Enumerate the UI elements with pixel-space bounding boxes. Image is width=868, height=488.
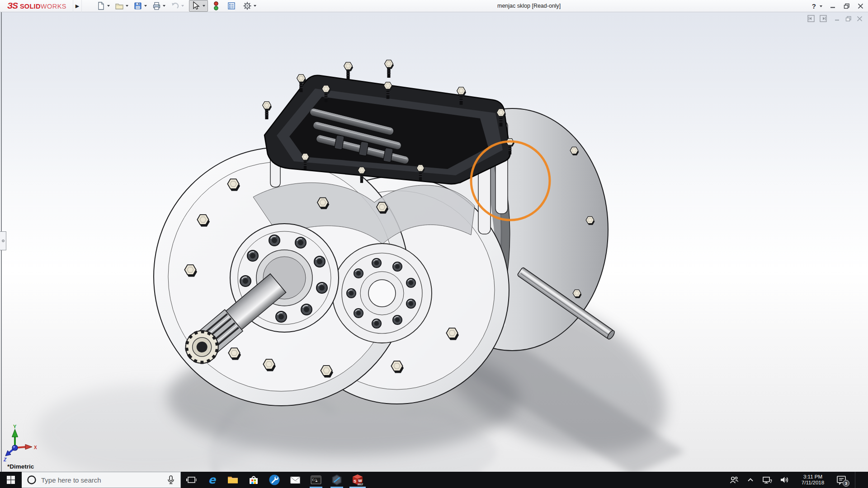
triad-x-label: X xyxy=(34,445,37,450)
doc-minimize-button[interactable] xyxy=(835,16,840,22)
notification-badge: 3 xyxy=(843,480,849,487)
edge-icon: e xyxy=(206,474,218,486)
wrench-circle-icon xyxy=(269,474,280,486)
taskbar-command-prompt[interactable]: C:\ xyxy=(306,472,326,488)
open-folder-icon xyxy=(115,1,124,10)
undo-icon xyxy=(170,1,179,10)
triad-y-label: Y xyxy=(13,424,17,429)
print-button[interactable] xyxy=(152,1,165,10)
sw-icon-w: W xyxy=(358,479,362,483)
select-tool-button[interactable] xyxy=(189,0,208,12)
save-floppy-icon xyxy=(133,1,142,10)
clock-date: 7/11/2018 xyxy=(797,480,829,486)
hexagon-app-icon xyxy=(331,474,343,486)
network-icon[interactable] xyxy=(762,474,773,485)
task-view-icon xyxy=(186,474,197,485)
top-cover-gasket xyxy=(263,60,514,184)
task-view-button[interactable] xyxy=(181,472,202,488)
feature-tree-collapsed-tab[interactable] xyxy=(0,231,6,250)
microphone-icon[interactable] xyxy=(167,475,175,485)
taskbar-search[interactable] xyxy=(22,472,181,488)
doc-restore-button[interactable] xyxy=(845,16,852,22)
menu-flyout-arrow-icon[interactable]: ▶ xyxy=(73,0,82,12)
options-button[interactable] xyxy=(243,1,256,10)
help-icon: ? xyxy=(812,2,816,10)
taskbar-settings-tools[interactable] xyxy=(264,472,285,488)
clock-time: 3:11 PM xyxy=(797,474,829,480)
doc-close-button[interactable] xyxy=(857,16,863,22)
search-input[interactable] xyxy=(41,476,167,484)
taskbar-hexagon-app[interactable] xyxy=(326,472,347,488)
pane-expand-right-button[interactable] xyxy=(820,15,827,22)
sw-icon-s: S xyxy=(354,479,356,483)
new-document-button[interactable] xyxy=(96,1,110,10)
select-cursor-icon xyxy=(192,1,200,10)
file-properties-button[interactable] xyxy=(227,1,236,10)
print-dropdown[interactable] xyxy=(163,5,165,7)
file-properties-icon xyxy=(227,1,236,10)
taskbar-file-explorer[interactable] xyxy=(222,472,243,488)
document-title: menjac sklop [Read-only] xyxy=(497,0,561,12)
restore-button[interactable] xyxy=(844,3,850,9)
cortana-search-icon xyxy=(27,475,37,485)
open-dropdown[interactable] xyxy=(126,5,128,7)
splitter-handle-dot xyxy=(2,239,5,242)
open-button[interactable] xyxy=(115,1,128,10)
close-button[interactable] xyxy=(858,3,863,9)
print-icon xyxy=(152,1,161,10)
right-bearing-cover-flange xyxy=(332,244,432,343)
taskbar-mail[interactable] xyxy=(285,472,306,488)
help-button[interactable]: ? xyxy=(812,2,822,10)
solidworks-window: ЗS SOLID WORKS ▶ xyxy=(0,0,868,488)
taskbar-empty-space xyxy=(368,472,728,488)
solidworks-wordmark-light: WORKS xyxy=(41,3,66,10)
triad-z-label: Z xyxy=(3,457,7,462)
traffic-light-icon xyxy=(213,1,219,11)
windows-logo-icon xyxy=(7,476,15,484)
window-controls: ? xyxy=(812,0,863,12)
minimize-button[interactable] xyxy=(830,3,836,9)
taskbar-store[interactable] xyxy=(243,472,264,488)
select-tool-dropdown[interactable] xyxy=(203,5,205,7)
edge-letter: e xyxy=(208,474,217,486)
undo-button[interactable] xyxy=(170,1,184,10)
sw-icon-year: 2017 xyxy=(358,483,363,486)
title-bar: ЗS SOLID WORKS ▶ xyxy=(0,0,868,12)
show-desktop-divider xyxy=(855,472,855,488)
solidworks-2017-icon: S W 2017 xyxy=(351,474,364,486)
save-dropdown[interactable] xyxy=(144,5,147,7)
rebuild-button[interactable] xyxy=(213,1,219,11)
taskbar-solidworks[interactable]: S W 2017 xyxy=(347,472,368,488)
taskbar-edge[interactable]: e xyxy=(202,472,222,488)
orientation-triad-icon: Y X Z xyxy=(3,424,37,462)
action-center-button[interactable]: 3 xyxy=(835,474,847,486)
taskbar-apps: e xyxy=(181,472,368,488)
start-button[interactable] xyxy=(0,472,22,488)
solidworks-wordmark-bold: SOLID xyxy=(20,3,41,10)
cmd-prompt-text: C:\ xyxy=(312,478,317,481)
new-document-dropdown[interactable] xyxy=(107,5,110,7)
gearbox-3d-model: Y X Z xyxy=(0,0,868,488)
help-dropdown[interactable] xyxy=(820,5,822,7)
undo-dropdown[interactable] xyxy=(181,5,184,7)
system-tray: 3:11 PM 7/11/2018 3 xyxy=(728,472,868,488)
view-orientation-label: *Dimetric xyxy=(7,463,34,470)
quick-access-toolbar xyxy=(96,0,261,12)
windows-taskbar: e xyxy=(0,472,868,488)
document-window-controls xyxy=(807,15,863,22)
new-document-icon xyxy=(96,1,105,10)
solidworks-logo-mark-icon: ЗS xyxy=(7,1,18,11)
solidworks-logo: ЗS SOLID WORKS xyxy=(0,1,66,11)
clock[interactable]: 3:11 PM 7/11/2018 xyxy=(797,474,829,486)
volume-icon[interactable] xyxy=(779,474,790,485)
people-icon[interactable] xyxy=(728,474,739,485)
options-gear-icon xyxy=(243,1,252,10)
command-prompt-icon: C:\ xyxy=(310,474,322,486)
file-explorer-icon xyxy=(227,474,239,486)
mail-icon xyxy=(289,474,301,486)
tray-overflow-chevron-icon[interactable] xyxy=(746,475,755,484)
pane-collapse-left-button[interactable] xyxy=(807,15,815,22)
save-button[interactable] xyxy=(133,1,147,10)
options-dropdown[interactable] xyxy=(254,5,256,7)
store-icon xyxy=(248,474,259,486)
